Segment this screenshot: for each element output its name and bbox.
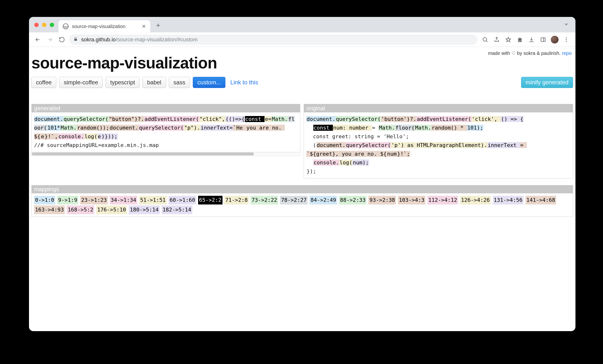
original-segment[interactable]: const: [313, 125, 333, 131]
original-segment[interactable]: addEventListener(: [417, 116, 471, 122]
tab-coffee[interactable]: coffee: [31, 77, 56, 88]
tab-custom[interactable]: custom...: [193, 77, 225, 88]
mapping-entry[interactable]: 141->4:68: [525, 196, 556, 204]
mapping-entry[interactable]: 65->2:2: [198, 196, 222, 204]
generated-segment[interactable]: Math.: [272, 116, 288, 122]
mapping-entry[interactable]: 0->1:0: [34, 196, 55, 204]
mapping-entry[interactable]: 163->4:93: [34, 205, 65, 214]
mapping-entry[interactable]: 60->1:60: [169, 196, 196, 204]
generated-segment[interactable]: "p").: [184, 125, 200, 131]
original-segment[interactable]: document.: [316, 142, 346, 148]
original-segment[interactable]: () => {: [501, 116, 524, 122]
original-segment[interactable]: [306, 160, 313, 165]
generated-segment[interactable]: e: [98, 133, 101, 140]
profile-avatar[interactable]: [549, 35, 560, 45]
mapping-entry[interactable]: 73->2:22: [251, 196, 278, 204]
original-segment[interactable]: });: [306, 168, 316, 174]
generated-segment[interactable]: random());: [77, 125, 109, 131]
generated-hscrollbar[interactable]: [31, 152, 300, 156]
mapping-entry[interactable]: 103->4:3: [398, 196, 425, 204]
generated-segment[interactable]: `He: [233, 125, 243, 131]
sidepanel-icon[interactable]: [538, 35, 548, 45]
original-segment[interactable]: innerText: [487, 142, 520, 148]
original-segment[interactable]: log(: [339, 160, 352, 165]
original-segment[interactable]: 101);: [467, 125, 483, 131]
mapping-entry[interactable]: 112->4:12: [427, 196, 458, 204]
original-segment[interactable]: (: [306, 142, 316, 148]
generated-segment[interactable]: )}));: [101, 133, 118, 140]
tab-babel[interactable]: babel: [142, 77, 166, 88]
original-segment[interactable]: document.: [306, 116, 336, 122]
window-maximize-button[interactable]: [50, 23, 54, 27]
original-segment[interactable]: console.: [313, 160, 339, 165]
generated-segment[interactable]: document.: [34, 116, 63, 122]
generated-segment[interactable]: (()=>{: [225, 116, 245, 122]
new-tab-button[interactable]: +: [155, 21, 160, 32]
generated-segment[interactable]: e: [41, 133, 45, 140]
original-segment[interactable]: 'click',: [472, 116, 501, 122]
extensions-icon[interactable]: [515, 35, 525, 45]
mapping-entry[interactable]: 84->2:49: [310, 196, 337, 204]
tab-sass[interactable]: sass: [169, 77, 190, 88]
generated-segment[interactable]: Math.: [60, 125, 77, 131]
minify-generated-button[interactable]: minify generated: [521, 77, 573, 88]
downloads-icon[interactable]: [526, 35, 537, 45]
mapping-entry[interactable]: 176->5:10: [96, 205, 127, 214]
mapping-entry[interactable]: 93->2:38: [368, 196, 396, 204]
original-segment[interactable]: num: [387, 151, 397, 157]
generated-segment[interactable]: const: [245, 116, 265, 122]
repo-link[interactable]: repo: [562, 50, 572, 56]
mappings-list[interactable]: 0->1:09->1:923->1:2334->1:3451->1:5160->…: [31, 193, 573, 217]
generated-segment[interactable]: ,: [55, 133, 58, 140]
original-segment[interactable]: =: [520, 142, 527, 148]
tab-typescript[interactable]: typescript: [105, 77, 140, 88]
nav-back-button[interactable]: [33, 35, 43, 45]
generated-segment[interactable]: }!`: [45, 133, 55, 140]
search-icon[interactable]: [480, 35, 490, 45]
mapping-entry[interactable]: 9->1:9: [57, 196, 78, 204]
original-segment[interactable]: querySelector(: [336, 116, 381, 122]
window-minimize-button[interactable]: [42, 23, 46, 27]
original-segment[interactable]: Math.: [379, 125, 395, 131]
original-segment[interactable]: random() *: [431, 125, 467, 131]
original-segment[interactable]: const greet: string = 'Hello';: [306, 133, 409, 140]
original-segment[interactable]: num);: [352, 160, 369, 165]
mapping-entry[interactable]: 88->2:33: [339, 196, 367, 204]
mapping-entry[interactable]: 180->5:14: [129, 205, 160, 214]
address-bar[interactable]: sokra.github.io/source-map-visualization…: [69, 35, 477, 45]
generated-hscrollbar-thumb[interactable]: [32, 153, 254, 155]
generated-segment[interactable]: document.: [109, 125, 139, 131]
mapping-entry[interactable]: 78->2:27: [280, 196, 308, 204]
nav-forward-button[interactable]: [45, 35, 55, 45]
tab-close-button[interactable]: ✕: [142, 23, 146, 29]
link-to-this[interactable]: Link to this: [230, 79, 258, 86]
generated-segment[interactable]: querySelector(: [63, 116, 108, 122]
generated-segment[interactable]: querySelector(: [139, 125, 184, 131]
mapping-entry[interactable]: 168->5:2: [67, 205, 94, 214]
generated-segment[interactable]: addEventListener(: [144, 116, 199, 122]
generated-segment[interactable]: "click",: [199, 116, 225, 122]
original-segment[interactable]: floor(: [395, 125, 415, 131]
window-close-button[interactable]: [34, 23, 39, 27]
original-segment[interactable]: num: number: [333, 125, 372, 131]
generated-segment[interactable]: log(: [84, 133, 98, 140]
original-segment[interactable]: [306, 125, 313, 131]
tabbar-overflow[interactable]: [563, 21, 572, 32]
generated-segment[interactable]: "button")?.: [109, 116, 144, 122]
nav-reload-button[interactable]: [57, 35, 67, 45]
original-segment[interactable]: querySelector(: [346, 142, 391, 148]
mapping-entry[interactable]: 131->4:56: [493, 196, 523, 204]
generated-segment[interactable]: 101*: [47, 125, 60, 131]
tab-simple-coffee[interactable]: simple-coffee: [59, 77, 103, 88]
mapping-entry[interactable]: 51->1:51: [139, 196, 167, 204]
original-segment[interactable]: 'p') as HTMLParagraphElement).: [391, 142, 487, 148]
original-code[interactable]: document.querySelector('button')?.addEve…: [304, 112, 573, 178]
mapping-entry[interactable]: 23->1:23: [80, 196, 108, 204]
generated-segment[interactable]: console.: [58, 133, 84, 140]
original-segment[interactable]: Math.: [415, 125, 431, 131]
menu-icon[interactable]: [561, 35, 572, 45]
original-segment[interactable]: }!`;: [397, 151, 410, 157]
mapping-entry[interactable]: 34->1:34: [110, 196, 137, 204]
star-icon[interactable]: [503, 35, 514, 45]
generated-segment[interactable]: e=: [265, 116, 272, 122]
